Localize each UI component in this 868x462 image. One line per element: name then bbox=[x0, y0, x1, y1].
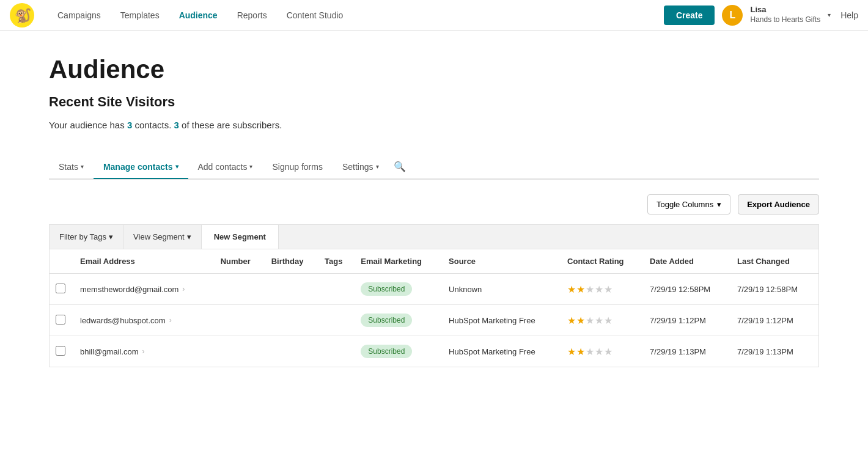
star-empty-icon: ★ bbox=[586, 315, 594, 326]
star-empty-icon: ★ bbox=[604, 315, 612, 326]
stars: ★★★★★ bbox=[567, 284, 638, 295]
desc-middle: contacts. bbox=[132, 120, 174, 130]
star-filled-icon: ★ bbox=[567, 284, 576, 295]
row-email-marketing: Subscribed bbox=[355, 336, 443, 367]
row-tags bbox=[318, 274, 355, 305]
user-info[interactable]: Lisa Hands to Hearts Gifts bbox=[750, 5, 820, 24]
col-birthday: Birthday bbox=[265, 249, 318, 274]
row-checkbox-cell bbox=[50, 305, 74, 336]
row-tags bbox=[318, 305, 355, 336]
row-contact-rating: ★★★★★ bbox=[561, 305, 644, 336]
new-segment-button[interactable]: New Segment bbox=[202, 225, 279, 249]
row-email: memsthewordd@gmail.com› bbox=[74, 274, 215, 305]
row-checkbox[interactable] bbox=[56, 315, 65, 324]
subscribers-count: 3 bbox=[174, 120, 179, 130]
filter-by-tags-button[interactable]: Filter by Tags ▾ bbox=[50, 225, 123, 249]
star-empty-icon: ★ bbox=[586, 284, 594, 295]
col-source: Source bbox=[443, 249, 561, 274]
desc-suffix: of these are subscribers. bbox=[179, 120, 282, 130]
star-filled-icon: ★ bbox=[567, 346, 576, 358]
tabs: Stats ▾ Manage contacts ▾ Add contacts ▾… bbox=[49, 155, 819, 180]
subscribed-badge: Subscribed bbox=[361, 282, 412, 296]
row-number bbox=[215, 336, 265, 367]
table-row: memsthewordd@gmail.com›SubscribedUnknown… bbox=[50, 274, 818, 305]
toolbar: Toggle Columns ▾ Export Audience bbox=[49, 194, 819, 215]
nav-content-studio[interactable]: Content Studio bbox=[278, 7, 352, 24]
help-link[interactable]: Help bbox=[840, 10, 858, 20]
manage-contacts-dropdown-arrow: ▾ bbox=[175, 163, 178, 170]
user-org: Hands to Hearts Gifts bbox=[750, 15, 820, 25]
row-last-changed: 7/29/19 1:13PM bbox=[731, 336, 818, 367]
row-checkbox[interactable] bbox=[56, 346, 65, 356]
star-empty-icon: ★ bbox=[586, 346, 594, 358]
nav-templates[interactable]: Templates bbox=[112, 7, 168, 24]
table-row: ledwards@hubspot.com›SubscribedHubSpot M… bbox=[50, 305, 818, 336]
row-birthday bbox=[265, 274, 318, 305]
col-tags: Tags bbox=[318, 249, 355, 274]
row-last-changed: 7/29/19 12:58PM bbox=[731, 274, 818, 305]
star-empty-icon: ★ bbox=[595, 346, 603, 358]
tab-signup-forms[interactable]: Signup forms bbox=[262, 156, 332, 179]
row-expand-arrow[interactable]: › bbox=[169, 316, 172, 324]
row-number bbox=[215, 274, 265, 305]
col-contact-rating: Contact Rating bbox=[561, 249, 644, 274]
navbar: 🐒 Campaigns Templates Audience Reports C… bbox=[0, 0, 868, 31]
row-date-added: 7/29/19 1:13PM bbox=[644, 336, 731, 367]
row-email-marketing: Subscribed bbox=[355, 274, 443, 305]
select-all-header bbox=[50, 249, 74, 274]
row-checkbox-cell bbox=[50, 336, 74, 367]
row-source: HubSpot Marketing Free bbox=[443, 336, 561, 367]
nav-campaigns[interactable]: Campaigns bbox=[49, 7, 109, 24]
stars: ★★★★★ bbox=[567, 346, 638, 358]
nav-reports[interactable]: Reports bbox=[229, 7, 276, 24]
col-number: Number bbox=[215, 249, 265, 274]
row-expand-arrow[interactable]: › bbox=[142, 347, 145, 356]
user-name: Lisa bbox=[750, 5, 820, 15]
create-button[interactable]: Create bbox=[664, 6, 715, 25]
star-empty-icon: ★ bbox=[604, 284, 612, 295]
view-segment-arrow: ▾ bbox=[187, 232, 191, 241]
row-checkbox-cell bbox=[50, 274, 74, 305]
nav-links: Campaigns Templates Audience Reports Con… bbox=[49, 7, 664, 24]
row-date-added: 7/29/19 1:12PM bbox=[644, 305, 731, 336]
row-number bbox=[215, 305, 265, 336]
contacts-count: 3 bbox=[127, 120, 132, 130]
row-birthday bbox=[265, 305, 318, 336]
stars: ★★★★★ bbox=[567, 315, 638, 326]
col-email-marketing: Email Marketing bbox=[355, 249, 443, 274]
export-audience-button[interactable]: Export Audience bbox=[738, 194, 819, 215]
view-segment-button[interactable]: View Segment ▾ bbox=[123, 225, 202, 249]
subscribed-badge: Subscribed bbox=[361, 314, 412, 327]
tab-stats[interactable]: Stats ▾ bbox=[49, 156, 94, 179]
desc-prefix: Your audience has bbox=[49, 120, 127, 130]
row-checkbox[interactable] bbox=[56, 284, 65, 293]
row-birthday bbox=[265, 336, 318, 367]
settings-dropdown-arrow: ▾ bbox=[376, 163, 379, 170]
star-filled-icon: ★ bbox=[576, 346, 585, 358]
row-contact-rating: ★★★★★ bbox=[561, 274, 644, 305]
tab-manage-contacts[interactable]: Manage contacts ▾ bbox=[94, 156, 188, 179]
row-last-changed: 7/29/19 1:12PM bbox=[731, 305, 818, 336]
col-last-changed: Last Changed bbox=[731, 249, 818, 274]
tab-settings[interactable]: Settings ▾ bbox=[333, 156, 389, 179]
row-expand-arrow[interactable]: › bbox=[182, 285, 185, 293]
avatar[interactable]: L bbox=[722, 5, 743, 26]
tab-add-contacts[interactable]: Add contacts ▾ bbox=[188, 156, 263, 179]
table-header-row: Email Address Number Birthday Tags Email… bbox=[50, 249, 818, 274]
row-email: bhill@gmail.com› bbox=[74, 336, 215, 367]
contacts-table: Email Address Number Birthday Tags Email… bbox=[49, 249, 819, 367]
row-email-marketing: Subscribed bbox=[355, 305, 443, 336]
toggle-columns-button[interactable]: Toggle Columns ▾ bbox=[647, 194, 730, 215]
app-logo[interactable]: 🐒 bbox=[10, 3, 34, 28]
page-title: Audience bbox=[49, 55, 819, 84]
stats-dropdown-arrow: ▾ bbox=[81, 163, 84, 170]
row-date-added: 7/29/19 12:58PM bbox=[644, 274, 731, 305]
star-filled-icon: ★ bbox=[576, 284, 585, 295]
row-source: HubSpot Marketing Free bbox=[443, 305, 561, 336]
star-empty-icon: ★ bbox=[604, 346, 612, 358]
row-contact-rating: ★★★★★ bbox=[561, 336, 644, 367]
nav-right: Create L Lisa Hands to Hearts Gifts ▾ He… bbox=[664, 5, 858, 26]
nav-audience[interactable]: Audience bbox=[171, 7, 226, 24]
user-dropdown-arrow[interactable]: ▾ bbox=[828, 12, 831, 18]
search-icon[interactable]: 🔍 bbox=[389, 155, 411, 178]
